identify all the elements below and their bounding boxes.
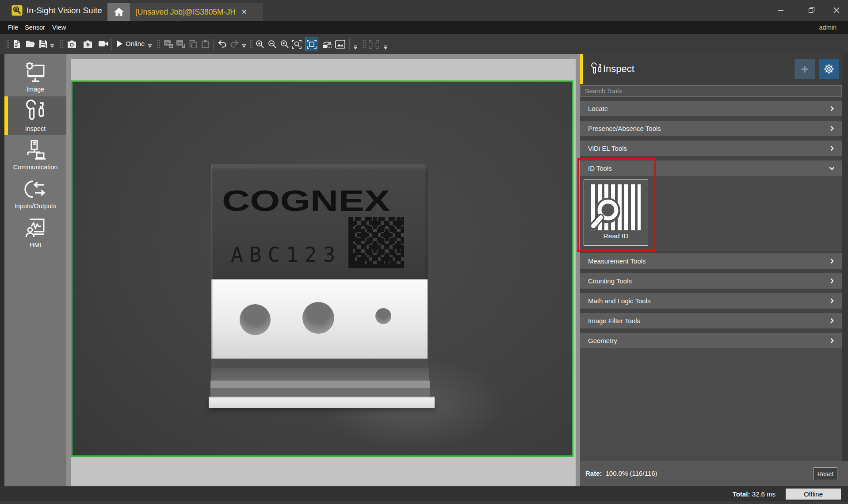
group-vidi-el[interactable]: ViDi EL Tools <box>580 141 842 156</box>
inspect-tools-icon <box>23 99 47 123</box>
part-hole <box>302 302 334 334</box>
panel-accent-bar <box>580 54 583 84</box>
sidebar-item-label: HMI <box>30 241 42 248</box>
part-step <box>210 388 430 397</box>
undo-icon[interactable] <box>218 40 227 48</box>
part-hole <box>240 304 271 335</box>
fit-to-window-button[interactable] <box>305 38 318 50</box>
toolbar: Online <box>0 34 848 54</box>
close-button[interactable] <box>826 2 847 19</box>
sidebar-item-label: Inspect <box>25 125 46 132</box>
sidebar-item-hmi[interactable]: HMI <box>4 213 66 252</box>
data-matrix-code <box>348 217 404 268</box>
tab-close-icon[interactable]: ✕ <box>241 8 247 16</box>
menu-sensor[interactable]: Sensor <box>25 21 45 34</box>
paste-icon[interactable] <box>201 40 209 48</box>
zoom-in-icon[interactable] <box>256 40 264 49</box>
acquired-image[interactable]: COGNEX ABC123 <box>71 80 573 457</box>
left-sidebar: Image Inspect Communication <box>4 54 66 486</box>
menu-file[interactable]: File <box>8 21 18 34</box>
status-separator <box>782 489 782 499</box>
group-counting[interactable]: Counting Tools <box>580 273 842 289</box>
app-title: In-Sight Vision Suite <box>27 0 102 21</box>
toolbar-grip[interactable] <box>60 40 63 49</box>
settings-button[interactable] <box>819 59 839 79</box>
rotate-image-icon[interactable] <box>322 40 332 49</box>
menu-bar: File Sensor View admin <box>0 21 848 34</box>
online-toggle-label[interactable]: Online <box>126 40 145 47</box>
panel-gutter <box>842 54 848 486</box>
job-tab[interactable]: [Unsaved Job]@IS3805M-JH ✕ <box>130 3 263 21</box>
chevron-right-icon <box>829 318 835 324</box>
image-view-area: COGNEX ABC123 <box>66 54 580 486</box>
group-geometry[interactable]: Geometry <box>580 333 842 348</box>
sidebar-item-image[interactable]: Image <box>4 57 66 96</box>
expand-dropdown-caret[interactable] <box>384 46 388 50</box>
part-step <box>211 368 429 381</box>
part-hole <box>375 308 391 324</box>
group-locate[interactable]: Locate <box>580 101 842 116</box>
minimize-button[interactable] <box>770 2 791 19</box>
part-step <box>211 359 428 368</box>
group-measurement[interactable]: Measurement Tools <box>580 253 842 269</box>
toolbar-grip[interactable] <box>249 40 252 49</box>
sidebar-item-inspect[interactable]: Inspect <box>4 96 66 135</box>
job-tab-label: [Unsaved Job]@IS3805M-JH <box>135 8 236 17</box>
image-monitor-icon <box>23 61 47 84</box>
export-image-icon[interactable] <box>176 40 186 48</box>
panel-header: Inspect + <box>580 54 842 84</box>
redo-icon[interactable] <box>230 40 239 48</box>
menu-view[interactable]: View <box>52 21 66 34</box>
inspect-panel: Inspect + Locate Presence/Absence Tools … <box>580 54 848 486</box>
zoom-selection-icon[interactable] <box>292 40 302 49</box>
toolbar-grip[interactable] <box>157 40 160 49</box>
import-image-icon[interactable] <box>164 40 173 48</box>
app-logo-icon <box>11 5 23 16</box>
trigger-camera-icon[interactable] <box>67 40 77 48</box>
sidebar-item-inputs-outputs[interactable]: Inputs/Outputs <box>4 174 66 213</box>
panel-empty-space <box>580 348 842 461</box>
total-time: Total: 32.6 ms <box>733 490 775 498</box>
rate-band: Rate:100.0% (116/116) Reset <box>580 461 848 486</box>
play-icon[interactable] <box>116 40 123 48</box>
open-job-icon[interactable] <box>26 40 35 48</box>
zoom-out-icon[interactable] <box>268 40 277 49</box>
rate-value: 100.0% (116/116) <box>606 470 657 477</box>
home-icon <box>114 7 124 17</box>
undo-dropdown-caret[interactable] <box>242 44 246 48</box>
plus-icon: + <box>801 62 809 76</box>
chevron-right-icon <box>829 106 835 111</box>
sidebar-item-communication[interactable]: Communication <box>4 135 66 174</box>
add-tool-button[interactable]: + <box>795 59 815 79</box>
copy-icon[interactable] <box>189 40 198 48</box>
new-job-icon[interactable] <box>12 40 21 49</box>
save-dropdown-caret[interactable] <box>50 44 54 48</box>
chevron-right-icon <box>829 258 835 264</box>
toolbar-grip[interactable] <box>6 40 9 49</box>
rate-text: Rate:100.0% (116/116) <box>585 461 657 486</box>
part-photo: COGNEX ABC123 <box>73 82 572 455</box>
online-dropdown-caret[interactable] <box>148 44 152 48</box>
toolbar-grip[interactable] <box>363 40 366 49</box>
home-tab[interactable] <box>107 3 130 21</box>
expand-view-icon[interactable] <box>369 40 379 50</box>
zoom-fit-icon[interactable] <box>280 40 289 49</box>
live-camera-icon[interactable] <box>83 40 93 48</box>
chevron-right-icon <box>829 278 835 284</box>
part-logo-text: COGNEX <box>222 183 429 218</box>
image-display-icon[interactable] <box>335 40 345 49</box>
gear-icon <box>823 63 835 75</box>
group-image-filter[interactable]: Image Filter Tools <box>580 313 842 328</box>
save-job-icon[interactable] <box>39 40 47 48</box>
communication-icon <box>23 139 47 162</box>
offline-button[interactable]: Offline <box>786 489 841 500</box>
reset-button[interactable]: Reset <box>814 467 837 480</box>
group-math-logic[interactable]: Math and Logic Tools <box>580 293 842 309</box>
chevron-right-icon <box>829 126 835 131</box>
search-tools-input[interactable] <box>580 85 842 97</box>
chevron-right-icon <box>829 298 835 304</box>
view-dropdown-caret[interactable] <box>354 46 358 50</box>
record-icon[interactable] <box>98 40 109 48</box>
restore-button[interactable] <box>801 2 821 19</box>
group-presence-absence[interactable]: Presence/Absence Tools <box>580 121 842 136</box>
